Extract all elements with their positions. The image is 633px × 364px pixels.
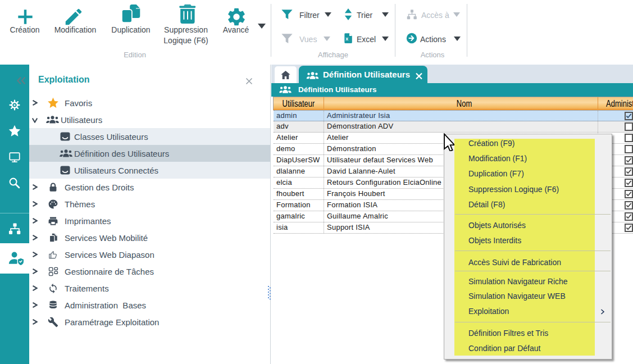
svg-text:x: x — [345, 36, 348, 42]
